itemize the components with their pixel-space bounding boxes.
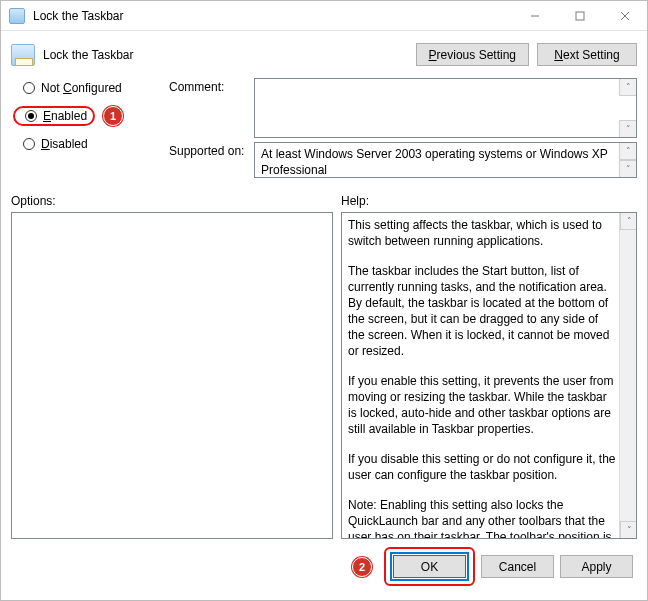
comment-textarea[interactable]: ˄ ˅: [254, 78, 637, 138]
help-label: Help:: [341, 194, 369, 208]
radio-icon: [25, 110, 37, 122]
radio-enabled[interactable]: Enabled: [43, 109, 87, 123]
next-setting-button[interactable]: Next Setting: [537, 43, 637, 66]
scroll-down-icon[interactable]: ˅: [620, 521, 637, 538]
supported-label: Supported on:: [169, 142, 254, 178]
options-label: Options:: [11, 194, 341, 208]
radio-icon: [23, 82, 35, 94]
maximize-button[interactable]: [557, 1, 602, 30]
app-icon: [9, 8, 25, 24]
close-button[interactable]: [602, 1, 647, 30]
window-title: Lock the Taskbar: [33, 9, 512, 23]
help-paragraph: The taskbar includes the Start button, l…: [348, 263, 616, 359]
scroll-up-icon[interactable]: ˄: [620, 213, 637, 230]
previous-setting-button[interactable]: Previous Setting: [416, 43, 529, 66]
window-controls: [512, 1, 647, 30]
scroll-down-icon[interactable]: ˅: [619, 120, 636, 137]
gpo-editor-window: Lock the Taskbar Lock the Taskbar Previo…: [0, 0, 648, 601]
annotation-highlight-enabled: Enabled: [13, 106, 95, 126]
ok-button[interactable]: OK: [393, 555, 466, 578]
help-paragraph: If you enable this setting, it prevents …: [348, 373, 616, 437]
help-paragraph: If you disable this setting or do not co…: [348, 451, 616, 483]
supported-value: At least Windows Server 2003 operating s…: [261, 147, 608, 177]
apply-button[interactable]: Apply: [560, 555, 633, 578]
supported-text: At least Windows Server 2003 operating s…: [254, 142, 637, 178]
supported-row: Supported on: At least Windows Server 20…: [169, 142, 637, 178]
scroll-down-icon[interactable]: ˅: [619, 160, 636, 177]
scroll-up-icon[interactable]: ˄: [619, 143, 636, 160]
dialog-footer: 2 OK Cancel Apply: [7, 539, 641, 594]
annotation-badge-2: 2: [352, 557, 372, 577]
minimize-button[interactable]: [512, 1, 557, 30]
dialog-content: Lock the Taskbar Previous Setting Next S…: [1, 31, 647, 600]
state-radios: Not Configured Enabled 1 Disabled: [11, 78, 169, 182]
help-scrollbar[interactable]: ˄ ˅: [619, 213, 636, 538]
help-paragraph: This setting affects the taskbar, which …: [348, 217, 616, 249]
policy-title: Lock the Taskbar: [43, 48, 134, 62]
cancel-button[interactable]: Cancel: [481, 555, 554, 578]
svg-rect-1: [576, 12, 584, 20]
radio-label: Disabled: [41, 137, 88, 151]
radio-not-configured[interactable]: Not Configured: [11, 78, 169, 98]
panes: This setting affects the taskbar, which …: [7, 212, 641, 539]
settings-area: Not Configured Enabled 1 Disabled Commen…: [7, 78, 641, 182]
fields-column: Comment: ˄ ˅ Supported on: At least Wind…: [169, 78, 637, 182]
comment-row: Comment: ˄ ˅: [169, 78, 637, 138]
help-pane[interactable]: This setting affects the taskbar, which …: [341, 212, 637, 539]
radio-icon: [23, 138, 35, 150]
comment-label: Comment:: [169, 78, 254, 138]
titlebar: Lock the Taskbar: [1, 1, 647, 31]
help-paragraph: Note: Enabling this setting also locks t…: [348, 497, 616, 539]
annotation-highlight-ok: OK: [384, 547, 475, 586]
scroll-up-icon[interactable]: ˄: [619, 79, 636, 96]
radio-label: Not Configured: [41, 81, 122, 95]
header-row: Lock the Taskbar Previous Setting Next S…: [7, 33, 641, 78]
annotation-badge-1: 1: [103, 106, 123, 126]
options-pane: [11, 212, 333, 539]
pane-labels: Options: Help:: [7, 182, 641, 212]
radio-disabled[interactable]: Disabled: [11, 134, 169, 154]
policy-icon: [11, 44, 35, 66]
